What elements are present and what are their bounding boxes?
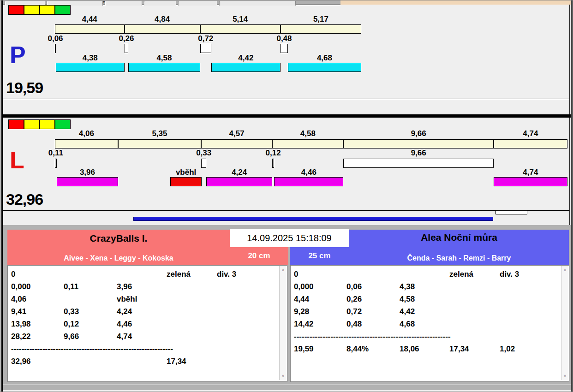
split-time-bar [125,24,200,34]
height-label-left: 20 cm [230,251,288,261]
changeover-label: 0,72 [190,34,222,42]
scrollbar-up-button[interactable]: ∧ [280,266,286,273]
run-time-label: vběhl [170,168,202,176]
start-light [8,5,24,15]
result-cell: 0,11 [64,282,78,291]
split-time-label: 4,84 [125,15,200,23]
result-cell: 14,42 [294,320,314,329]
run-time-label: 4,58 [128,53,200,61]
result-cell: div. 3 [217,270,236,279]
start-light [8,119,24,129]
result-cell: 32,96 [11,357,31,366]
datetime-display: 14.09.2025 15:18:09 [230,229,349,247]
split-time-label: 5,35 [118,129,201,137]
scrollbar-down-button[interactable]: ∨ [280,372,286,380]
bottom-divider [3,384,571,385]
split-time-label: 4,57 [201,129,272,137]
toolbar-button[interactable] [144,1,176,6]
results-list-right[interactable]: 0zelenádiv. 30,0000,064,384,440,264,589,… [290,265,569,382]
run-time-label: 3,96 [57,168,118,176]
split-time-bar [55,139,118,148]
changeover-wide-box [343,159,494,168]
toolbar-button[interactable] [178,1,217,6]
start-light [39,119,55,129]
result-cell: 4,38 [400,282,415,291]
run-time-label: 4,42 [211,53,281,61]
result-cell: zelená [449,270,473,279]
scrollbar-down-button[interactable]: ∨ [561,372,568,380]
run-time-bar [494,177,567,186]
team-name-right: Alea Noční můra [349,232,569,243]
changeover-box [125,44,129,53]
lane-divider [3,210,569,211]
split-time-label: 4,74 [494,129,567,137]
split-time-label: 4,58 [272,129,343,137]
split-time-bar [494,139,567,148]
team-members-right: Čenda - Sarah - Remzi - Barry [349,254,569,262]
strip-mini-bar [495,211,527,214]
dashes-separator: ----------------------------------------… [294,332,451,341]
result-cell: 4,46 [117,320,132,329]
changeover-label: 0,11 [40,148,72,156]
split-time-label: 4,44 [55,15,125,23]
toolbar: ▾ [3,0,340,5]
result-cell: 9,28 [294,307,309,316]
flyball-timing-window: ▾ 4,444,845,145,170,060,260,720,484,384,… [0,0,573,392]
changeover-label: 0,12 [257,148,289,156]
window-right-border [571,0,573,392]
split-time-bar [272,139,343,148]
lane-total-time: 19,59 [6,80,43,95]
result-cell: 1,02 [500,344,515,354]
result-cell: 4,44 [294,295,309,304]
split-time-bar [281,24,361,34]
result-cell: 17,34 [449,344,469,354]
changeover-label: 0,26 [110,34,143,42]
result-cell: 0,48 [346,320,362,329]
start-light [24,119,40,129]
changeover-label: 0,06 [39,34,72,42]
changeover-label: 9,66 [402,148,435,156]
scrollbar[interactable]: ∧∨ [279,266,286,380]
lane-letter: L [10,148,24,172]
changeover-box [55,44,56,53]
result-cell: vběhl [117,295,137,304]
split-time-label: 5,14 [200,15,281,23]
result-cell: 9,66 [64,332,79,341]
result-cell: 4,58 [400,295,415,304]
result-cell: 17,34 [167,357,186,366]
result-cell: 0 [11,270,15,279]
height-label-right: 25 cm [290,251,349,261]
split-time-bar [201,139,272,148]
scrollbar[interactable]: ∧∨ [561,266,568,380]
result-cell: 9,41 [11,307,26,316]
result-cell: 0,06 [346,282,362,291]
start-light [39,5,55,15]
toolbar-button[interactable] [105,1,142,6]
scrollbar-up-button[interactable]: ∧ [561,266,568,273]
result-cell: 4,24 [117,307,132,316]
split-time-label: 5,17 [281,15,361,23]
start-light [55,119,71,129]
result-cell: 0,72 [346,307,362,316]
result-cell: 4,42 [400,307,415,316]
lane-letter: P [10,43,26,67]
run-time-bar [288,63,361,72]
result-cell: 0,12 [64,320,79,329]
result-cell: 4,68 [400,320,415,329]
split-time-bar [118,139,201,148]
dashes-separator: ----------------------------------------… [11,344,173,354]
start-light [24,5,40,15]
run-time-label: 4,24 [206,168,272,176]
result-cell: 0 [294,270,298,279]
toolbar-button[interactable] [219,1,296,6]
changeover-label: 0,33 [188,148,220,156]
result-cell: 0,000 [294,282,314,291]
result-cell: 0,26 [346,295,362,304]
result-cell: 0,000 [11,282,31,291]
changeover-box [281,44,288,53]
result-cell: 4,06 [11,295,26,304]
result-cell: 4,74 [117,332,132,341]
results-list-left[interactable]: 0zelenádiv. 30,0000,113,964,06vběhl9,410… [7,265,287,382]
result-cell: div. 3 [500,270,519,279]
result-cell: 28,22 [11,332,31,341]
